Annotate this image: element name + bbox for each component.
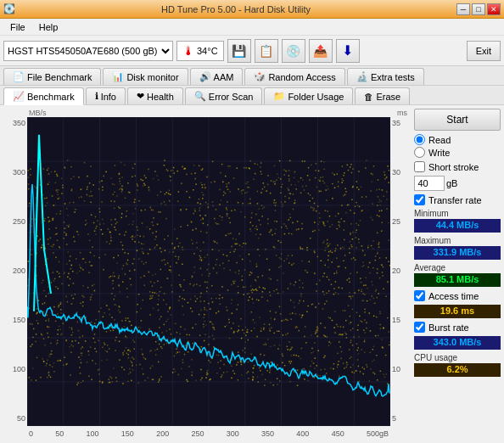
health-label: Health (147, 92, 174, 102)
title-bar: 💽 HD Tune Pro 5.00 - Hard Disk Utility ─… (0, 0, 504, 19)
extra-tests-label: Extra tests (371, 72, 415, 82)
x-200: 200 (156, 429, 169, 438)
y-axis-mb-label: MB/s (29, 109, 47, 117)
short-stroke-checkbox[interactable] (414, 161, 425, 172)
tab-folder-usage[interactable]: 📁 Folder Usage (264, 87, 353, 104)
thermometer-icon: 🌡 (182, 44, 194, 58)
down-button[interactable]: ⬇ (336, 39, 360, 63)
read-radio-label[interactable]: Read (414, 134, 501, 145)
y-right-10: 10 (392, 365, 400, 373)
x-450: 450 (332, 429, 344, 438)
file-benchmark-icon: 📄 (13, 71, 25, 82)
y-left-150: 150 (13, 316, 25, 324)
short-stroke-input[interactable] (414, 176, 445, 191)
y-right-5: 5 (392, 414, 396, 423)
benchmark-icon: 📈 (13, 91, 25, 102)
tab-random-access[interactable]: 🎲 Random Access (244, 68, 344, 85)
x-350: 350 (261, 429, 274, 438)
minimum-label: Minimum (414, 209, 501, 218)
extra-tests-icon: 🔬 (356, 71, 368, 82)
tab-error-scan[interactable]: 🔍 Error Scan (185, 87, 263, 104)
x-300: 300 (227, 429, 239, 438)
y-left-250: 250 (13, 217, 25, 226)
gb-label: gB (446, 178, 457, 188)
disk-select[interactable]: HGST HTS545050A7E680 (500 gB) (3, 41, 173, 61)
app-icon: 💽 (3, 3, 15, 14)
file-benchmark-label: File Benchmark (27, 72, 92, 82)
short-stroke-text: Short stroke (428, 162, 479, 172)
exit-button[interactable]: Exit (467, 41, 501, 61)
x-500gb: 500gB (367, 429, 389, 438)
copy-button[interactable]: 📤 (309, 39, 333, 63)
y-axis-left: 350 300 250 200 150 100 50 (3, 117, 27, 438)
tab-file-benchmark[interactable]: 📄 File Benchmark (3, 68, 101, 85)
x-100: 100 (87, 429, 99, 438)
random-access-icon: 🎲 (254, 71, 266, 82)
burst-rate-value: 343.0 MB/s (414, 336, 501, 350)
maximum-label: Maximum (414, 236, 501, 245)
minimum-stat: Minimum 44.4 MB/s (414, 209, 501, 233)
y-right-15: 15 (392, 316, 400, 324)
y-left-300: 300 (13, 168, 25, 177)
burst-rate-checkbox[interactable] (414, 322, 425, 333)
main-area: MB/s ms 350 300 250 200 150 100 50 0 50 (0, 105, 504, 441)
read-label: Read (428, 135, 451, 145)
write-label: Write (428, 148, 450, 158)
burst-rate-label[interactable]: Burst rate (414, 322, 501, 333)
aam-icon: 🔊 (199, 71, 211, 82)
benchmark-chart (27, 117, 390, 426)
info-label: Info (101, 92, 116, 102)
close-button[interactable]: ✕ (487, 3, 501, 15)
y-axis-right: 35 30 25 20 15 10 5 (390, 117, 411, 438)
y-right-20: 20 (392, 266, 400, 275)
toolbar: HGST HTS545050A7E680 (500 gB) 🌡 34°C 💾 📋… (0, 36, 504, 66)
minimum-value: 44.4 MB/s (414, 219, 501, 233)
access-time-value: 19.6 ms (414, 305, 501, 318)
x-400: 400 (296, 429, 309, 438)
error-scan-label: Error Scan (209, 92, 254, 102)
y-axis-ms-label: ms (397, 109, 407, 117)
short-stroke-row: gB (414, 176, 501, 191)
short-stroke-label[interactable]: Short stroke (414, 161, 501, 172)
cpu-usage-stat: CPU usage 6.2% (414, 353, 501, 377)
menu-bar: File Help (0, 19, 504, 36)
tab-info[interactable]: ℹ Info (86, 87, 126, 104)
write-radio-label[interactable]: Write (414, 147, 501, 158)
y-right-35: 35 (392, 119, 400, 127)
tab-aam[interactable]: 🔊 AAM (190, 68, 244, 85)
health-button[interactable]: 💾 (227, 39, 251, 63)
info-button[interactable]: 📋 (255, 39, 278, 63)
erase-label: Erase (376, 92, 400, 102)
minimize-button[interactable]: ─ (456, 3, 470, 15)
tab-health[interactable]: ❤ Health (127, 87, 183, 104)
temperature-display: 🌡 34°C (176, 41, 224, 61)
window-title: HD Tune Pro 5.00 - Hard Disk Utility (15, 4, 456, 14)
x-axis: 0 50 100 150 200 250 300 350 400 450 500… (27, 429, 390, 438)
y-left-100: 100 (13, 365, 25, 373)
error-scan-icon: 🔍 (194, 91, 206, 102)
tab-benchmark[interactable]: 📈 Benchmark (3, 87, 84, 105)
average-label: Average (414, 263, 501, 272)
read-radio[interactable] (414, 134, 425, 145)
menu-help[interactable]: Help (32, 20, 65, 34)
folder-usage-label: Folder Usage (288, 92, 344, 102)
write-radio[interactable] (414, 147, 425, 158)
transfer-rate-checkbox[interactable] (414, 194, 425, 205)
maximize-button[interactable]: □ (472, 3, 485, 15)
save-button[interactable]: 💿 (282, 39, 305, 63)
maximum-stat: Maximum 331.9 MB/s (414, 236, 501, 260)
folder-usage-icon: 📁 (273, 91, 285, 102)
tab-extra-tests[interactable]: 🔬 Extra tests (347, 68, 424, 85)
access-time-checkbox[interactable] (414, 290, 425, 301)
transfer-rate-label[interactable]: Transfer rate (414, 194, 501, 205)
access-time-label[interactable]: Access time (414, 290, 501, 301)
tab-erase[interactable]: 🗑 Erase (355, 87, 410, 104)
x-0: 0 (29, 429, 33, 438)
temperature-value: 34°C (197, 46, 218, 56)
start-button[interactable]: Start (414, 109, 501, 131)
disk-monitor-label: Disk monitor (126, 72, 178, 82)
menu-file[interactable]: File (3, 20, 32, 34)
title-controls: ─ □ ✕ (456, 3, 501, 15)
tab-row-2: 📈 Benchmark ℹ Info ❤ Health 🔍 Error Scan… (0, 86, 504, 105)
tab-disk-monitor[interactable]: 📊 Disk monitor (103, 68, 188, 85)
